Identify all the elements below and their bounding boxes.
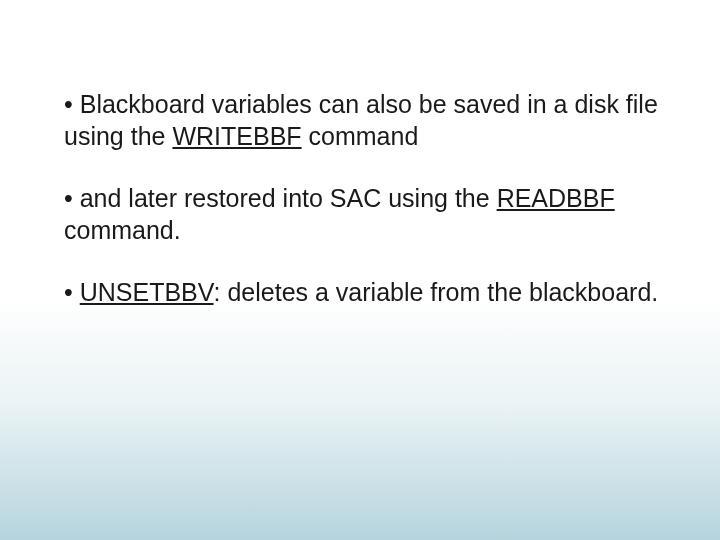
- bullet-text: [73, 278, 80, 306]
- bullet-marker: •: [64, 278, 73, 306]
- bullet-3: • UNSETBBV: deletes a variable from the …: [60, 276, 660, 308]
- bullet-2: • and later restored into SAC using the …: [60, 182, 660, 246]
- slide: • Blackboard variables can also be saved…: [0, 0, 720, 540]
- command-writebbf: WRITEBBF: [172, 122, 301, 150]
- bullet-marker: •: [64, 90, 73, 118]
- command-unsetbbv: UNSETBBV: [80, 278, 214, 306]
- bullet-text: command.: [64, 216, 181, 244]
- bullet-1: • Blackboard variables can also be saved…: [60, 88, 660, 152]
- command-readbbf: READBBF: [497, 184, 615, 212]
- bullet-text: : deletes a variable from the blackboard…: [214, 278, 659, 306]
- bullet-text: and later restored into SAC using the: [73, 184, 497, 212]
- bullet-text: command: [302, 122, 419, 150]
- bullet-marker: •: [64, 184, 73, 212]
